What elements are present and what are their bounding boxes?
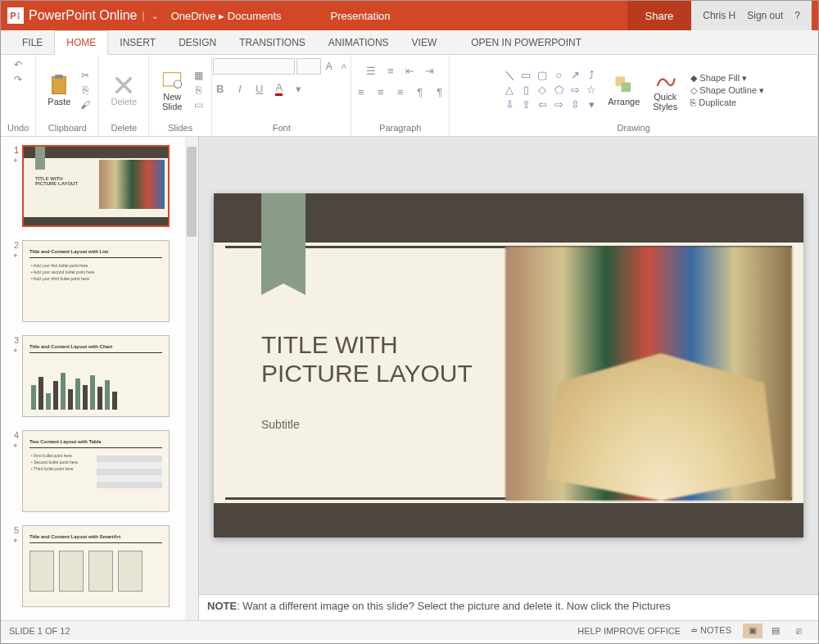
slide-thumbnails: 1✦ TITLE WITH PICTURE LAYOUT 2✦ Title an… xyxy=(1,137,199,620)
delete-button[interactable]: Delete xyxy=(106,70,142,110)
breadcrumb[interactable]: OneDrive ▸ Documents xyxy=(171,10,282,22)
slide-canvas[interactable]: TITLE WITHPICTURE LAYOUT Subtitle xyxy=(199,137,818,594)
app-menu-caret[interactable]: ⌄ xyxy=(152,11,158,20)
rect-shape-icon[interactable]: ▭ xyxy=(519,69,532,82)
align-center-icon[interactable]: ≡ xyxy=(373,84,388,99)
help-improve-link[interactable]: HELP IMPROVE OFFICE xyxy=(577,626,681,636)
slide-picture[interactable] xyxy=(505,247,792,501)
undo-icon[interactable]: ↶ xyxy=(11,58,25,71)
slide-thumb-3[interactable]: Title and Content Layout with Chart xyxy=(22,335,170,417)
redo-icon[interactable]: ↷ xyxy=(11,73,25,86)
hide-slide-icon[interactable]: ▭ xyxy=(192,98,205,111)
tab-home[interactable]: HOME xyxy=(54,30,108,55)
indent-right-icon[interactable]: ⇥ xyxy=(423,63,437,78)
new-slide-button[interactable]: New Slide xyxy=(156,66,188,115)
thumb-number-3: 3✦ xyxy=(4,335,22,417)
star-icon[interactable]: ☆ xyxy=(585,84,598,97)
svg-rect-0 xyxy=(52,76,66,93)
rtl-icon[interactable]: ¶ xyxy=(432,84,447,99)
arrow-up-icon[interactable]: ⇧ xyxy=(519,98,532,111)
grow-font-icon[interactable]: A xyxy=(323,60,336,73)
duplicate-button[interactable]: ⎘ Duplicate xyxy=(690,98,764,107)
bullets-icon[interactable]: ☰ xyxy=(364,63,378,78)
more-shapes-icon[interactable]: ▾ xyxy=(585,98,598,111)
group-font-label: Font xyxy=(273,123,291,133)
tab-design[interactable]: DESIGN xyxy=(167,31,228,54)
thumb-number-4: 4✦ xyxy=(4,430,22,512)
title-bar: P⫶ PowerPoint Online | ⌄ OneDrive ▸ Docu… xyxy=(1,1,818,30)
group-slides: New Slide ▦ ⎘ ▭ Slides xyxy=(149,55,212,136)
user-name[interactable]: Chris H xyxy=(703,10,735,21)
indent-left-icon[interactable]: ⇤ xyxy=(403,63,418,78)
slide-thumb-5[interactable]: Title and Content Layout with SmartArt xyxy=(22,525,170,607)
reading-view-icon[interactable]: ▤ xyxy=(766,624,785,638)
tab-animations[interactable]: ANIMATIONS xyxy=(317,31,400,54)
tab-view[interactable]: VIEW xyxy=(400,31,449,54)
ltr-icon[interactable]: ¶ xyxy=(413,84,428,99)
group-drawing-label: Drawing xyxy=(617,123,649,133)
arrow-down-icon[interactable]: ⇩ xyxy=(503,98,516,111)
quick-styles-button[interactable]: Quick Styles xyxy=(648,66,682,115)
duplicate-slide-icon[interactable]: ⎘ xyxy=(192,84,205,97)
help-button[interactable]: ? xyxy=(794,10,800,21)
document-title[interactable]: Presentation xyxy=(331,10,391,22)
tab-file[interactable]: FILE xyxy=(11,31,54,54)
align-left-icon[interactable]: ≡ xyxy=(354,84,369,99)
connector-icon[interactable]: ⤴ xyxy=(585,69,598,82)
app-name: PowerPoint Online xyxy=(29,8,138,23)
arrow-shape-icon[interactable]: ⇨ xyxy=(568,84,581,97)
font-color-button[interactable]: A xyxy=(272,81,287,96)
format-painter-icon[interactable]: 🖌 xyxy=(79,98,92,111)
numbering-icon[interactable]: ≡ xyxy=(383,63,398,78)
triangle-icon[interactable]: △ xyxy=(503,84,516,97)
oval-shape-icon[interactable]: ○ xyxy=(552,69,565,82)
normal-view-icon[interactable]: ▣ xyxy=(743,624,762,638)
app-icon: P⫶ xyxy=(7,7,24,24)
shrink-font-icon[interactable]: A xyxy=(337,60,351,73)
layout-icon[interactable]: ▦ xyxy=(192,69,205,82)
tab-insert[interactable]: INSERT xyxy=(108,31,167,54)
slide-thumb-4[interactable]: Two Content Layout with Table • First bu… xyxy=(22,430,170,512)
thumbs-scrollbar[interactable] xyxy=(185,137,198,620)
tab-transitions[interactable]: TRANSITIONS xyxy=(228,31,317,54)
group-paragraph-label: Paragraph xyxy=(379,123,421,133)
font-size-select[interactable] xyxy=(296,58,321,75)
status-bar: SLIDE 1 OF 12 HELP IMPROVE OFFICE ≐ NOTE… xyxy=(1,620,818,640)
slide-ribbon-graphic xyxy=(261,193,305,283)
bold-button[interactable]: B xyxy=(213,81,228,96)
italic-button[interactable]: I xyxy=(233,81,247,96)
round-rect-icon[interactable]: ▢ xyxy=(536,69,549,82)
slide-subtitle-text[interactable]: Subtitle xyxy=(261,418,300,431)
thumb-number-5: 5✦ xyxy=(4,525,22,607)
current-slide[interactable]: TITLE WITHPICTURE LAYOUT Subtitle xyxy=(214,193,803,537)
shape-outline-button[interactable]: ◇ Shape Outline ▾ xyxy=(690,85,764,96)
rect2-icon[interactable]: ▯ xyxy=(519,84,532,97)
shapes-gallery[interactable]: ＼ ▭ ▢ ○ ↗ ⤴ △ ▯ ◇ ⬠ ⇨ ☆ ⇩ ⇧ ⇦ ⇨ ⇳ ▾ xyxy=(503,69,600,111)
shape-fill-button[interactable]: ◆ Shape Fill ▾ xyxy=(690,73,764,84)
arrow-updown-icon[interactable]: ⇳ xyxy=(568,98,581,111)
line-shape-icon[interactable]: ＼ xyxy=(503,69,516,82)
font-family-select[interactable] xyxy=(213,58,295,75)
pentagon-icon[interactable]: ⬠ xyxy=(552,84,565,97)
arrange-button[interactable]: Arrange xyxy=(603,70,645,110)
slide-thumb-1[interactable]: TITLE WITH PICTURE LAYOUT xyxy=(22,145,170,227)
paste-button[interactable]: Paste xyxy=(43,70,75,110)
arrow-right-icon[interactable]: ⇨ xyxy=(552,98,565,111)
copy-icon[interactable]: ⎘ xyxy=(79,84,92,97)
diamond-icon[interactable]: ◇ xyxy=(536,84,549,97)
arrow-left-icon[interactable]: ⇦ xyxy=(536,98,549,111)
svg-rect-1 xyxy=(56,75,63,79)
notes-pane[interactable]: NOTE: Want a different image on this sli… xyxy=(199,594,818,620)
signout-link[interactable]: Sign out xyxy=(747,10,783,21)
align-right-icon[interactable]: ≡ xyxy=(393,84,408,99)
tab-open-in-powerpoint[interactable]: OPEN IN POWERPOINT xyxy=(459,31,593,54)
slide-title-text[interactable]: TITLE WITHPICTURE LAYOUT xyxy=(261,331,473,388)
slide-thumb-2[interactable]: Title and Content Layout with List • Add… xyxy=(22,240,170,322)
arrow-line-icon[interactable]: ↗ xyxy=(568,69,581,82)
slideshow-view-icon[interactable]: ⎚ xyxy=(789,624,808,638)
notes-toggle[interactable]: ≐ NOTES xyxy=(690,625,731,636)
cut-icon[interactable]: ✂ xyxy=(79,69,92,82)
share-button[interactable]: Share xyxy=(627,1,692,30)
more-font-icon[interactable]: ▾ xyxy=(292,81,306,96)
underline-button[interactable]: U xyxy=(252,81,267,96)
